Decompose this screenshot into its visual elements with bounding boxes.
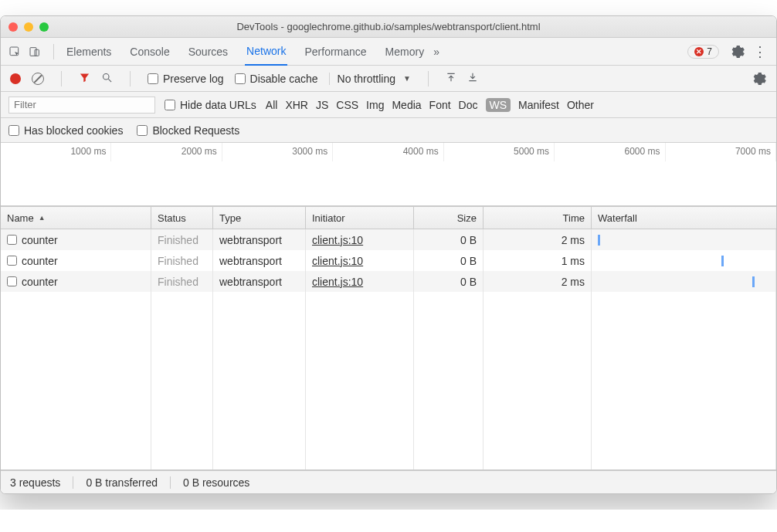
network-settings-icon[interactable] [752,71,767,86]
hide-data-urls-checkbox[interactable]: Hide data URLs [165,99,256,111]
filter-type-css[interactable]: CSS [336,99,358,111]
divider [428,71,429,86]
filter-type-xhr[interactable]: XHR [285,99,308,111]
request-size: 0 B [414,229,484,250]
kebab-menu-icon[interactable]: ⋮ [750,43,770,60]
filter-type-doc[interactable]: Doc [459,99,478,111]
zoom-icon[interactable] [39,22,49,32]
request-row[interactable]: counterFinishedwebtransportclient.js:100… [1,250,776,271]
svg-rect-2 [35,49,39,56]
blocked-cookies-checkbox[interactable]: Has blocked cookies [8,124,123,137]
chevron-down-icon: ▼ [403,74,411,83]
settings-icon[interactable] [730,44,745,59]
request-size: 0 B [414,271,484,292]
filter-type-ws[interactable]: WS [486,98,511,112]
row-checkbox[interactable] [7,256,17,266]
request-waterfall [592,250,776,271]
preserve-log-checkbox[interactable]: Preserve log [148,73,224,85]
filter-type-img[interactable]: Img [366,99,384,111]
request-status: Finished [151,250,213,271]
timeline-tick: 1000 ms [1,143,111,161]
close-icon[interactable] [8,22,18,32]
filter-type-js[interactable]: JS [316,99,328,111]
filter-type-media[interactable]: Media [392,99,421,111]
row-checkbox[interactable] [7,276,17,286]
filter-toggle-icon[interactable] [79,72,90,86]
tab-memory[interactable]: Memory [384,39,426,65]
tab-performance[interactable]: Performance [303,39,368,65]
blocked-cookies-label: Has blocked cookies [24,124,123,137]
status-resources: 0 B resources [183,476,249,489]
status-bar: 3 requests 0 B transferred 0 B resources [1,470,776,493]
divider [130,71,131,86]
col-size[interactable]: Size [414,207,484,229]
minimize-icon[interactable] [24,22,33,32]
filter-bar: Hide data URLs AllXHRJSCSSImgMediaFontDo… [1,92,776,118]
disable-cache-checkbox[interactable]: Disable cache [235,73,318,85]
search-icon[interactable] [101,72,113,86]
svg-point-3 [103,73,110,80]
throttling-value: No throttling [338,73,395,85]
request-name: counter [22,276,58,288]
disable-cache-label: Disable cache [250,73,318,85]
blocked-requests-label: Blocked Requests [152,124,239,137]
request-name: counter [22,234,58,246]
col-type[interactable]: Type [213,207,306,229]
tab-network[interactable]: Network [245,38,287,66]
request-rows: counterFinishedwebtransportclient.js:100… [1,229,776,292]
row-checkbox[interactable] [7,235,17,245]
network-toolbar: Preserve log Disable cache No throttling… [1,66,776,92]
col-initiator[interactable]: Initiator [306,207,414,229]
filter-bar-row2: Has blocked cookies Blocked Requests [1,118,776,143]
devtools-window: DevTools - googlechrome.github.io/sample… [0,15,777,494]
request-initiator-link[interactable]: client.js:10 [312,276,363,288]
throttling-select[interactable]: No throttling ▼ [329,73,411,85]
timeline-tick: 3000 ms [222,143,333,161]
request-row[interactable]: counterFinishedwebtransportclient.js:100… [1,229,776,250]
device-toolbar-icon[interactable] [27,44,42,59]
col-name[interactable]: Name▲ [1,207,151,229]
request-initiator-link[interactable]: client.js:10 [312,234,363,246]
timeline-tick: 4000 ms [333,143,443,161]
table-empty-area [1,292,776,470]
timeline-tick: 2000 ms [111,143,222,161]
request-type: webtransport [213,250,306,271]
hide-data-urls-label: Hide data URLs [180,99,256,111]
window-title: DevTools - googlechrome.github.io/sample… [1,21,776,32]
filter-type-other[interactable]: Other [567,99,594,111]
filter-type-font[interactable]: Font [429,99,451,111]
tab-console[interactable]: Console [128,39,171,65]
inspect-icon[interactable] [7,44,22,59]
request-waterfall [592,271,776,292]
tab-sources[interactable]: Sources [187,39,229,65]
export-har-icon[interactable] [467,72,478,85]
overview-timeline[interactable]: 1000 ms2000 ms3000 ms4000 ms5000 ms6000 … [1,143,776,206]
clear-button[interactable] [32,73,44,85]
request-time: 2 ms [484,229,592,250]
sort-asc-icon: ▲ [39,214,46,222]
request-status: Finished [151,229,213,250]
error-count-badge[interactable]: ✕ 7 [687,45,719,59]
filter-input[interactable] [8,97,155,114]
panel-tabbar: ElementsConsoleSourcesNetworkPerformance… [1,38,776,66]
resource-type-filters: AllXHRJSCSSImgMediaFontDocWSManifestOthe… [266,98,594,112]
col-time[interactable]: Time [484,207,592,229]
preserve-log-label: Preserve log [163,73,224,85]
divider [170,476,171,489]
status-requests: 3 requests [10,476,60,489]
record-button[interactable] [10,73,21,84]
col-waterfall[interactable]: Waterfall [592,207,776,229]
col-status[interactable]: Status [151,207,213,229]
error-icon: ✕ [694,47,704,56]
filter-type-all[interactable]: All [266,99,278,111]
blocked-requests-checkbox[interactable]: Blocked Requests [137,124,239,137]
tab-elements[interactable]: Elements [65,39,113,65]
filter-type-manifest[interactable]: Manifest [518,99,559,111]
request-initiator-link[interactable]: client.js:10 [312,255,363,267]
request-time: 1 ms [484,250,592,271]
import-har-icon[interactable] [446,72,456,85]
overflow-tabs[interactable]: » [430,39,441,65]
request-row[interactable]: counterFinishedwebtransportclient.js:100… [1,271,776,292]
traffic-lights [8,22,49,32]
table-header: Name▲ Status Type Initiator Size Time Wa… [1,206,776,229]
